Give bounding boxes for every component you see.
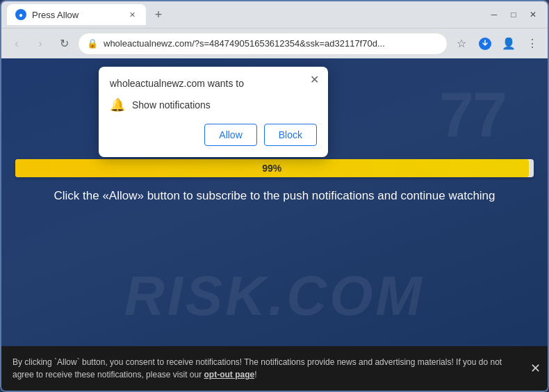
watermark-bottom: RISK.COM: [1, 264, 548, 328]
tab-title: Press Allow: [32, 10, 121, 20]
lock-icon: 🔒: [87, 38, 98, 49]
progress-section: 99%: [15, 159, 534, 177]
progress-bar-fill: 99%: [15, 159, 529, 177]
progress-bar-container: 99%: [15, 159, 534, 177]
profile-button[interactable]: 👤: [499, 34, 518, 54]
notification-dialog: ✕ wholeactualnewz.com wants to 🔔 Show no…: [99, 67, 328, 157]
watermark-text: RISK.COM: [124, 264, 425, 328]
bookmark-button[interactable]: ☆: [452, 34, 471, 54]
allow-button[interactable]: Allow: [204, 124, 256, 146]
dialog-buttons: Allow Block: [110, 124, 317, 146]
refresh-button[interactable]: ↻: [54, 34, 74, 54]
maximize-button[interactable]: □: [505, 6, 523, 24]
address-bar: ‹ › ↻ 🔒 wholeactualnewz.com/?s=484749051…: [1, 28, 548, 58]
dialog-permission: 🔔 Show notifications: [110, 97, 317, 113]
address-text: wholeactualnewz.com/?s=48474905165361235…: [104, 38, 439, 49]
new-tab-button[interactable]: +: [149, 5, 168, 24]
main-message-text: Click the «Allow» button to subscribe to…: [54, 189, 495, 202]
consent-suffix: !: [254, 370, 256, 379]
consent-close-button[interactable]: ✕: [530, 359, 541, 378]
main-message: Click the «Allow» button to subscribe to…: [15, 187, 534, 205]
consent-text: By clicking `Allow` button, you consent …: [13, 357, 502, 379]
tab-favicon: ●: [15, 9, 26, 20]
close-button[interactable]: ✕: [524, 6, 542, 24]
opt-out-link[interactable]: opt-out page: [204, 370, 254, 379]
dialog-title: wholeactualnewz.com wants to: [110, 78, 317, 89]
browser-window: ● Press Allow ✕ + ─ □ ✕ ‹ › ↻ 🔒 wholeact…: [0, 0, 549, 392]
tab-strip: ● Press Allow ✕ +: [7, 1, 482, 28]
minimize-button[interactable]: ─: [485, 6, 503, 24]
window-controls: ─ □ ✕: [485, 6, 542, 24]
consent-bar: By clicking `Allow` button, you consent …: [1, 346, 548, 391]
address-field[interactable]: 🔒 wholeactualnewz.com/?s=484749051653612…: [78, 33, 448, 55]
progress-label: 99%: [262, 163, 281, 174]
web-content: 77 ✕ wholeactualnewz.com wants to 🔔 Show…: [1, 58, 548, 391]
menu-button[interactable]: ⋮: [523, 34, 542, 54]
block-button[interactable]: Block: [264, 124, 317, 146]
bell-icon: 🔔: [110, 97, 125, 113]
permission-text: Show notifications: [132, 99, 211, 111]
back-button[interactable]: ‹: [7, 34, 26, 54]
forward-button[interactable]: ›: [31, 34, 50, 54]
watermark-top: 77: [439, 79, 506, 151]
active-tab[interactable]: ● Press Allow ✕: [7, 4, 146, 25]
title-bar: ● Press Allow ✕ + ─ □ ✕: [1, 1, 548, 28]
download-button[interactable]: [475, 34, 495, 54]
dialog-close-button[interactable]: ✕: [307, 72, 321, 86]
tab-close-button[interactable]: ✕: [126, 9, 138, 20]
